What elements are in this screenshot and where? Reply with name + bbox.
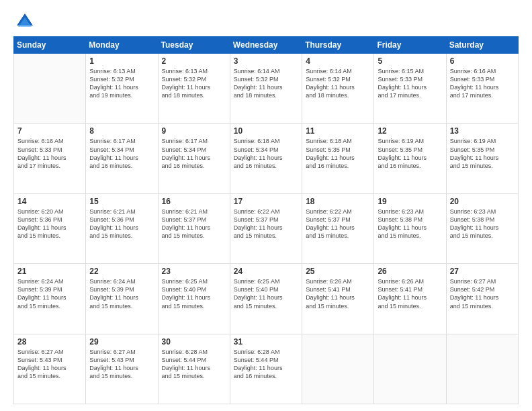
day-number: 14	[17, 197, 82, 206]
calendar-cell: 3Sunrise: 6:14 AMSunset: 5:32 PMDaylight…	[230, 54, 302, 124]
calendar-cell: 2Sunrise: 6:13 AMSunset: 5:32 PMDaylight…	[158, 54, 230, 124]
calendar-cell: 15Sunrise: 6:21 AMSunset: 5:36 PMDayligh…	[86, 193, 158, 263]
calendar-cell: 14Sunrise: 6:20 AMSunset: 5:36 PMDayligh…	[14, 193, 86, 263]
calendar-cell: 18Sunrise: 6:22 AMSunset: 5:37 PMDayligh…	[302, 193, 374, 263]
calendar-cell: 20Sunrise: 6:23 AMSunset: 5:38 PMDayligh…	[446, 193, 518, 263]
calendar-cell	[302, 334, 374, 404]
day-info: Sunrise: 6:25 AMSunset: 5:40 PMDaylight:…	[234, 277, 298, 310]
calendar-cell: 7Sunrise: 6:16 AMSunset: 5:33 PMDaylight…	[14, 124, 86, 193]
calendar-cell: 24Sunrise: 6:25 AMSunset: 5:40 PMDayligh…	[230, 264, 302, 334]
day-number: 7	[17, 126, 82, 136]
day-info: Sunrise: 6:22 AMSunset: 5:37 PMDaylight:…	[234, 208, 298, 240]
day-number: 1	[89, 56, 154, 66]
day-info: Sunrise: 6:13 AMSunset: 5:32 PMDaylight:…	[89, 67, 154, 100]
calendar-cell: 26Sunrise: 6:26 AMSunset: 5:41 PMDayligh…	[374, 264, 446, 334]
week-row-2: 7Sunrise: 6:16 AMSunset: 5:33 PMDaylight…	[14, 124, 519, 193]
calendar-cell: 30Sunrise: 6:28 AMSunset: 5:44 PMDayligh…	[158, 334, 230, 404]
day-number: 28	[17, 337, 82, 347]
day-number: 22	[89, 267, 154, 276]
day-number: 16	[162, 197, 226, 206]
day-info: Sunrise: 6:28 AMSunset: 5:44 PMDaylight:…	[234, 348, 298, 381]
calendar-cell: 8Sunrise: 6:17 AMSunset: 5:34 PMDaylight…	[86, 124, 158, 193]
day-info: Sunrise: 6:26 AMSunset: 5:41 PMDaylight:…	[306, 277, 370, 310]
calendar-cell: 28Sunrise: 6:27 AMSunset: 5:43 PMDayligh…	[14, 334, 86, 404]
day-info: Sunrise: 6:24 AMSunset: 5:39 PMDaylight:…	[17, 277, 82, 310]
day-info: Sunrise: 6:27 AMSunset: 5:42 PMDaylight:…	[450, 277, 515, 310]
day-info: Sunrise: 6:18 AMSunset: 5:34 PMDaylight:…	[234, 137, 298, 170]
day-info: Sunrise: 6:27 AMSunset: 5:43 PMDaylight:…	[89, 348, 154, 381]
calendar-cell: 5Sunrise: 6:15 AMSunset: 5:33 PMDaylight…	[374, 54, 446, 124]
weekday-header-wednesday: Wednesday	[230, 37, 302, 54]
day-info: Sunrise: 6:27 AMSunset: 5:43 PMDaylight:…	[17, 348, 82, 381]
day-number: 2	[162, 56, 226, 66]
day-info: Sunrise: 6:14 AMSunset: 5:32 PMDaylight:…	[234, 67, 298, 100]
day-info: Sunrise: 6:19 AMSunset: 5:35 PMDaylight:…	[450, 137, 515, 170]
page: SundayMondayTuesdayWednesdayThursdayFrid…	[0, 0, 532, 411]
day-number: 27	[450, 267, 515, 276]
calendar-cell: 23Sunrise: 6:25 AMSunset: 5:40 PMDayligh…	[158, 264, 230, 334]
day-info: Sunrise: 6:26 AMSunset: 5:41 PMDaylight:…	[378, 277, 442, 310]
day-number: 24	[234, 267, 298, 276]
calendar-cell: 27Sunrise: 6:27 AMSunset: 5:42 PMDayligh…	[446, 264, 518, 334]
calendar-cell	[446, 334, 518, 404]
week-row-4: 21Sunrise: 6:24 AMSunset: 5:39 PMDayligh…	[14, 264, 519, 334]
calendar-cell: 25Sunrise: 6:26 AMSunset: 5:41 PMDayligh…	[302, 264, 374, 334]
day-number: 9	[162, 126, 226, 136]
week-row-5: 28Sunrise: 6:27 AMSunset: 5:43 PMDayligh…	[14, 334, 519, 404]
calendar-cell: 13Sunrise: 6:19 AMSunset: 5:35 PMDayligh…	[446, 124, 518, 193]
weekday-header-monday: Monday	[86, 37, 158, 54]
calendar-cell	[14, 54, 86, 124]
logo	[13, 12, 34, 30]
header	[13, 12, 519, 30]
day-info: Sunrise: 6:19 AMSunset: 5:35 PMDaylight:…	[378, 137, 442, 170]
day-info: Sunrise: 6:22 AMSunset: 5:37 PMDaylight:…	[306, 208, 370, 240]
calendar-cell: 4Sunrise: 6:14 AMSunset: 5:32 PMDaylight…	[302, 54, 374, 124]
day-info: Sunrise: 6:18 AMSunset: 5:35 PMDaylight:…	[306, 137, 370, 170]
day-number: 17	[234, 197, 298, 206]
day-info: Sunrise: 6:14 AMSunset: 5:32 PMDaylight:…	[306, 67, 370, 100]
calendar-cell: 12Sunrise: 6:19 AMSunset: 5:35 PMDayligh…	[374, 124, 446, 193]
calendar-cell: 6Sunrise: 6:16 AMSunset: 5:33 PMDaylight…	[446, 54, 518, 124]
calendar-cell: 22Sunrise: 6:24 AMSunset: 5:39 PMDayligh…	[86, 264, 158, 334]
calendar: SundayMondayTuesdayWednesdayThursdayFrid…	[13, 36, 519, 404]
day-info: Sunrise: 6:24 AMSunset: 5:39 PMDaylight:…	[89, 277, 154, 310]
day-info: Sunrise: 6:25 AMSunset: 5:40 PMDaylight:…	[162, 277, 226, 310]
day-number: 21	[17, 267, 82, 276]
day-number: 12	[378, 126, 442, 136]
day-number: 18	[306, 197, 370, 206]
day-number: 19	[378, 197, 442, 206]
weekday-header-row: SundayMondayTuesdayWednesdayThursdayFrid…	[14, 37, 519, 54]
calendar-cell: 29Sunrise: 6:27 AMSunset: 5:43 PMDayligh…	[86, 334, 158, 404]
day-number: 20	[450, 197, 515, 206]
weekday-header-tuesday: Tuesday	[158, 37, 230, 54]
day-info: Sunrise: 6:15 AMSunset: 5:33 PMDaylight:…	[378, 67, 442, 100]
calendar-cell	[374, 334, 446, 404]
day-number: 15	[89, 197, 154, 206]
calendar-cell: 1Sunrise: 6:13 AMSunset: 5:32 PMDaylight…	[86, 54, 158, 124]
calendar-cell: 11Sunrise: 6:18 AMSunset: 5:35 PMDayligh…	[302, 124, 374, 193]
weekday-header-saturday: Saturday	[446, 37, 518, 54]
day-number: 3	[234, 56, 298, 66]
week-row-1: 1Sunrise: 6:13 AMSunset: 5:32 PMDaylight…	[14, 54, 519, 124]
day-info: Sunrise: 6:17 AMSunset: 5:34 PMDaylight:…	[89, 137, 154, 170]
day-info: Sunrise: 6:21 AMSunset: 5:36 PMDaylight:…	[89, 208, 154, 240]
weekday-header-thursday: Thursday	[302, 37, 374, 54]
week-row-3: 14Sunrise: 6:20 AMSunset: 5:36 PMDayligh…	[14, 193, 519, 263]
day-number: 4	[306, 56, 370, 66]
day-number: 13	[450, 126, 515, 136]
day-info: Sunrise: 6:17 AMSunset: 5:34 PMDaylight:…	[162, 137, 226, 170]
calendar-cell: 10Sunrise: 6:18 AMSunset: 5:34 PMDayligh…	[230, 124, 302, 193]
weekday-header-friday: Friday	[374, 37, 446, 54]
day-number: 8	[89, 126, 154, 136]
day-number: 10	[234, 126, 298, 136]
day-number: 5	[378, 56, 442, 66]
calendar-cell: 31Sunrise: 6:28 AMSunset: 5:44 PMDayligh…	[230, 334, 302, 404]
calendar-cell: 9Sunrise: 6:17 AMSunset: 5:34 PMDaylight…	[158, 124, 230, 193]
day-number: 23	[162, 267, 226, 276]
day-info: Sunrise: 6:28 AMSunset: 5:44 PMDaylight:…	[162, 348, 226, 381]
day-info: Sunrise: 6:13 AMSunset: 5:32 PMDaylight:…	[162, 67, 226, 100]
day-info: Sunrise: 6:16 AMSunset: 5:33 PMDaylight:…	[450, 67, 515, 100]
calendar-cell: 19Sunrise: 6:23 AMSunset: 5:38 PMDayligh…	[374, 193, 446, 263]
day-info: Sunrise: 6:23 AMSunset: 5:38 PMDaylight:…	[378, 208, 442, 240]
day-info: Sunrise: 6:23 AMSunset: 5:38 PMDaylight:…	[450, 208, 515, 240]
